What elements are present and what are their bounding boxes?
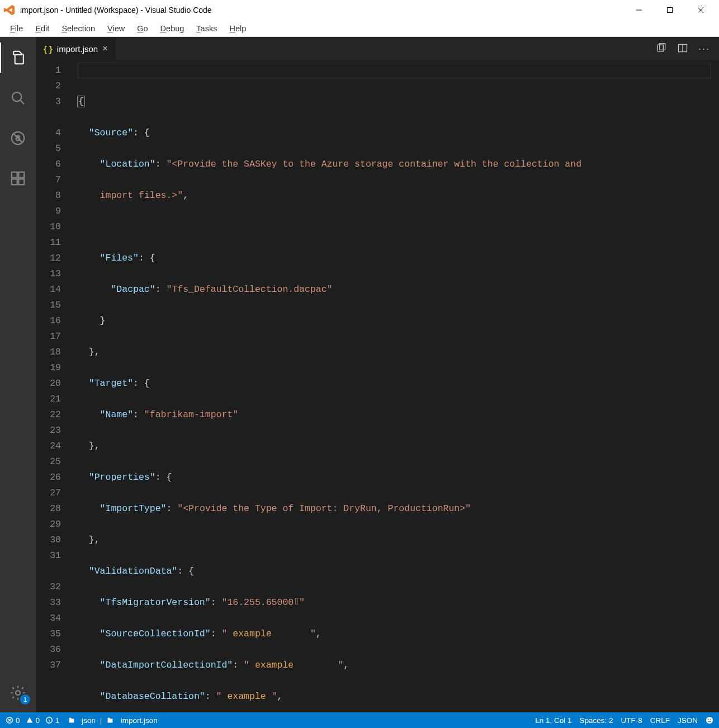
menu-tasks[interactable]: Tasks xyxy=(191,22,223,35)
menu-help[interactable]: Help xyxy=(224,22,252,35)
extensions-icon[interactable] xyxy=(0,163,36,193)
menu-edit[interactable]: Edit xyxy=(30,22,55,35)
svg-point-4 xyxy=(12,92,21,101)
status-language[interactable]: JSON xyxy=(678,716,698,725)
status-problems[interactable]: 0 0 1 xyxy=(6,716,60,725)
feedback-smiley-icon[interactable] xyxy=(706,716,713,724)
json-file-icon: { } xyxy=(44,44,53,54)
maximize-button[interactable] xyxy=(654,0,685,20)
titlebar: import.json - Untitled (Workspace) - Vis… xyxy=(0,0,719,20)
activity-bar: 1 xyxy=(0,37,36,712)
compare-changes-icon[interactable] xyxy=(656,42,667,55)
menubar: File Edit Selection View Go Debug Tasks … xyxy=(0,20,719,37)
status-eol[interactable]: CRLF xyxy=(650,716,670,725)
more-actions-icon[interactable]: ··· xyxy=(698,43,710,55)
split-editor-icon[interactable] xyxy=(677,42,688,55)
svg-point-24 xyxy=(706,717,713,724)
settings-badge: 1 xyxy=(20,694,30,705)
settings-gear-icon[interactable]: 1 xyxy=(0,678,36,708)
tab-label: import.json xyxy=(57,44,98,54)
gutter: 123 456789101112131415161718192021222324… xyxy=(36,60,78,712)
tab-import-json[interactable]: { } import.json × xyxy=(36,37,116,60)
svg-rect-15 xyxy=(660,43,665,50)
menu-go[interactable]: Go xyxy=(131,22,153,35)
window-title: import.json - Untitled (Workspace) - Vis… xyxy=(20,6,212,15)
statusbar: 0 0 1 json | import.json Ln 1, Col 1 Spa… xyxy=(0,712,719,728)
svg-rect-14 xyxy=(657,45,663,51)
menu-file[interactable]: File xyxy=(4,22,29,35)
status-path[interactable]: json | import.json xyxy=(68,716,158,725)
code-editor[interactable]: 123 456789101112131415161718192021222324… xyxy=(36,60,719,712)
svg-rect-11 xyxy=(12,179,17,185)
code-content[interactable]: { "Source": { "Location": "<Provide the … xyxy=(78,60,719,712)
search-icon[interactable] xyxy=(0,83,36,113)
svg-rect-10 xyxy=(18,172,24,178)
svg-rect-9 xyxy=(12,172,17,178)
status-ln-col[interactable]: Ln 1, Col 1 xyxy=(535,716,571,725)
close-button[interactable] xyxy=(685,0,716,20)
current-line-highlight xyxy=(78,63,711,78)
editor-area: { } import.json × ··· 123 45678910111213… xyxy=(36,37,719,712)
status-spaces[interactable]: Spaces: 2 xyxy=(579,716,613,725)
menu-selection[interactable]: Selection xyxy=(56,22,101,35)
minimize-button[interactable] xyxy=(623,0,654,20)
svg-rect-1 xyxy=(667,8,672,13)
svg-rect-12 xyxy=(18,179,24,185)
svg-point-25 xyxy=(708,718,709,720)
vscode-logo-icon xyxy=(3,4,16,16)
explorer-icon[interactable] xyxy=(0,42,36,73)
status-encoding[interactable]: UTF-8 xyxy=(621,716,642,725)
menu-view[interactable]: View xyxy=(102,22,130,35)
main-area: 1 { } import.json × ··· xyxy=(0,37,719,712)
menu-debug[interactable]: Debug xyxy=(155,22,190,35)
svg-point-26 xyxy=(710,718,711,720)
svg-line-5 xyxy=(20,100,24,104)
debug-icon[interactable] xyxy=(0,123,36,153)
svg-point-13 xyxy=(16,691,20,695)
tabs-row: { } import.json × ··· xyxy=(36,37,719,60)
tab-close-icon[interactable]: × xyxy=(102,44,107,54)
